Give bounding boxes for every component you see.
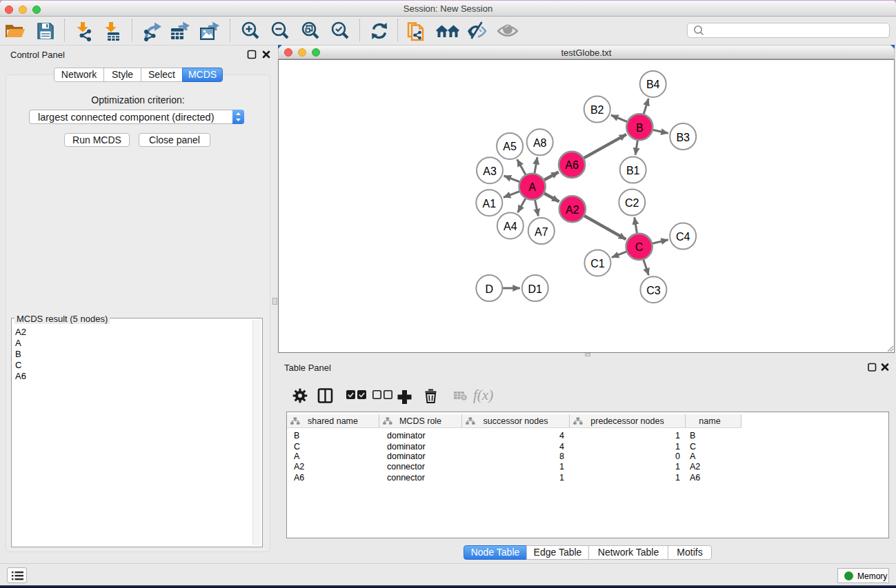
svg-text:A3: A3 [483,165,497,177]
svg-text:C2: C2 [625,197,639,209]
svg-text:A1: A1 [483,198,497,210]
svg-text:D: D [486,283,494,295]
svg-text:C1: C1 [590,258,605,270]
svg-text:A5: A5 [503,141,517,152]
svg-text:C4: C4 [676,231,690,243]
svg-text:B1: B1 [626,165,640,176]
svg-text:C: C [635,241,644,253]
svg-text:B: B [636,122,644,134]
svg-text:A6: A6 [565,159,579,171]
svg-text:D1: D1 [528,283,543,295]
svg-text:B2: B2 [590,104,604,116]
svg-text:A8: A8 [533,137,547,149]
svg-text:C3: C3 [646,285,661,296]
svg-text:B4: B4 [646,79,660,90]
svg-text:A7: A7 [535,226,548,238]
svg-text:B3: B3 [676,132,690,143]
svg-text:A4: A4 [504,221,517,232]
svg-text:A: A [528,181,536,193]
svg-text:A2: A2 [566,204,579,216]
